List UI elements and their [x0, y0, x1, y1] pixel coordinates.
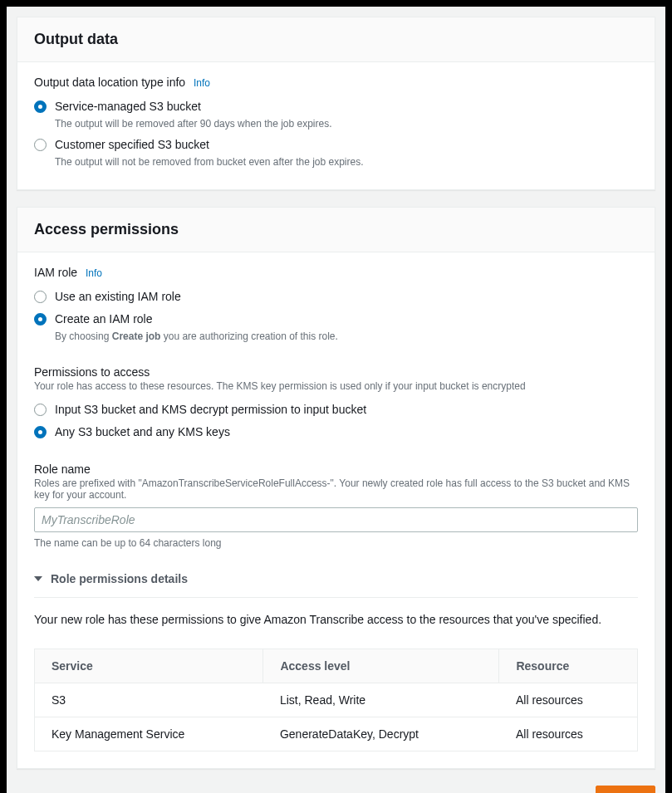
radio-label: Any S3 bucket and any KMS keys	[55, 424, 230, 441]
access-permissions-panel: Access permissions IAM role Info Use an …	[17, 207, 655, 769]
radio-desc: By choosing Create job you are authorizi…	[55, 330, 338, 344]
radio-desc: The output will be removed after 90 days…	[55, 117, 332, 131]
output-location-radio-group: Service-managed S3 bucket The output wil…	[34, 95, 638, 173]
th-access-level: Access level	[263, 649, 499, 683]
access-permissions-body: IAM role Info Use an existing IAM role C…	[17, 252, 655, 768]
permissions-desc: Your role has access to these resources.…	[34, 380, 638, 392]
radio-label: Input S3 bucket and KMS decrypt permissi…	[55, 402, 366, 419]
radio-label: Service-managed S3 bucket	[55, 99, 332, 115]
radio-icon	[34, 100, 47, 113]
radio-customer-specified-bucket[interactable]: Customer specified S3 bucket The output …	[34, 134, 638, 172]
radio-icon	[34, 139, 47, 151]
cell-access-level: GenerateDataKey, Decrypt	[263, 717, 499, 751]
cell-access-level: List, Read, Write	[263, 683, 499, 717]
radio-use-existing-role[interactable]: Use an existing IAM role	[34, 286, 638, 309]
role-name-input[interactable]	[34, 507, 638, 532]
output-location-label: Output data location type info	[34, 76, 185, 89]
access-permissions-title: Access permissions	[34, 221, 638, 238]
radio-icon	[34, 313, 47, 326]
next-button[interactable]: Next	[596, 786, 655, 793]
radio-service-managed-bucket[interactable]: Service-managed S3 bucket The output wil…	[34, 95, 638, 134]
output-data-header: Output data	[17, 17, 655, 62]
permissions-to-access-section: Permissions to access Your role has acce…	[34, 365, 638, 444]
output-data-title: Output data	[34, 31, 638, 48]
cell-resource: All resources	[499, 683, 638, 717]
role-name-label: Role name	[34, 463, 638, 476]
cancel-button[interactable]: Cancel	[514, 786, 586, 793]
radio-label: Create an IAM role	[55, 311, 338, 328]
permissions-radio-group: Input S3 bucket and KMS decrypt permissi…	[34, 399, 638, 444]
role-name-hint: The name can be up to 64 characters long	[34, 537, 638, 549]
role-permissions-details-toggle[interactable]: Role permissions details	[34, 572, 638, 598]
radio-desc: The output will not be removed from buck…	[55, 155, 364, 169]
iam-role-label-row: IAM role Info	[34, 266, 638, 279]
permissions-label: Permissions to access	[34, 365, 638, 379]
radio-any-s3-kms[interactable]: Any S3 bucket and any KMS keys	[34, 421, 638, 444]
role-name-section: Role name Roles are prefixed with "Amazo…	[34, 463, 638, 549]
iam-role-radio-group: Use an existing IAM role Create an IAM r…	[34, 286, 638, 347]
radio-icon	[34, 291, 47, 303]
output-data-panel: Output data Output data location type in…	[17, 17, 655, 190]
caret-down-icon	[34, 576, 42, 581]
page-container: Output data Output data location type in…	[7, 7, 665, 793]
permissions-table: Service Access level Resource S3 List, R…	[34, 649, 638, 751]
th-service: Service	[35, 649, 263, 683]
radio-input-s3-kms[interactable]: Input S3 bucket and KMS decrypt permissi…	[34, 399, 638, 422]
cell-service: Key Management Service	[35, 717, 263, 751]
cell-service: S3	[35, 683, 263, 717]
iam-role-label: IAM role	[34, 266, 77, 279]
iam-info-link[interactable]: Info	[86, 267, 102, 279]
table-row: S3 List, Read, Write All resources	[35, 683, 638, 717]
output-data-body: Output data location type info Info Serv…	[17, 62, 655, 189]
table-header-row: Service Access level Resource	[35, 649, 638, 683]
th-resource: Resource	[499, 649, 638, 683]
role-permissions-details-title: Role permissions details	[51, 572, 188, 585]
cell-resource: All resources	[499, 717, 638, 751]
table-row: Key Management Service GenerateDataKey, …	[35, 717, 638, 751]
role-name-desc: Roles are prefixed with "AmazonTranscrib…	[34, 477, 638, 501]
output-info-link[interactable]: Info	[194, 77, 210, 89]
role-permissions-details-desc: Your new role has these permissions to g…	[34, 611, 638, 629]
access-permissions-header: Access permissions	[17, 208, 655, 252]
radio-create-iam-role[interactable]: Create an IAM role By choosing Create jo…	[34, 308, 638, 346]
output-location-label-row: Output data location type info Info	[34, 76, 638, 89]
radio-icon	[34, 404, 47, 416]
footer-actions: Cancel Next	[17, 786, 655, 793]
radio-icon	[34, 426, 47, 438]
radio-label: Use an existing IAM role	[55, 289, 181, 306]
radio-label: Customer specified S3 bucket	[55, 137, 364, 154]
